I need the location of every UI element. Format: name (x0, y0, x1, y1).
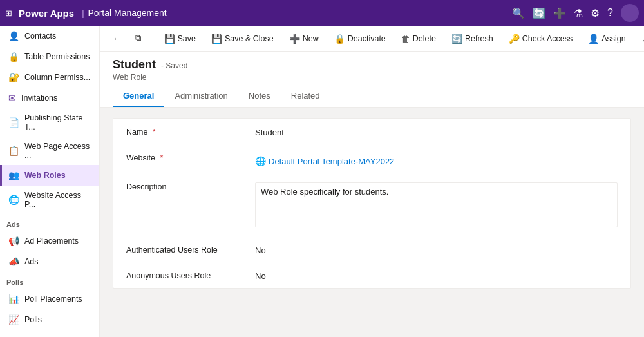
contacts-icon: 👤 (8, 31, 19, 41)
tab-notes[interactable]: Notes (238, 86, 281, 107)
sidebar-label-website-access: Website Access P... (24, 191, 93, 209)
delete-button[interactable]: 🗑 Delete (395, 30, 442, 47)
sidebar-item-web-page-access[interactable]: 📋 Web Page Access ... (0, 137, 99, 165)
check-access-button[interactable]: 🔑 Check Access (502, 30, 580, 47)
deactivate-button[interactable]: 🔒 Deactivate (328, 30, 392, 47)
sidebar-item-ad-placements[interactable]: 📢 Ad Placements (0, 231, 99, 251)
delete-label: Delete (413, 34, 436, 43)
website-link[interactable]: 🌐 Default Portal Template-MAY2022 (255, 153, 618, 166)
assign-button[interactable]: 👤 Assign (582, 30, 632, 47)
publishing-state-icon: 📄 (8, 117, 19, 128)
record-title-row: Student - Saved (113, 58, 631, 72)
deactivate-icon: 🔒 (334, 34, 345, 44)
form-row-anon-users: Anonymous Users Role No (113, 262, 630, 288)
add-icon[interactable]: ➕ (553, 7, 566, 19)
website-required: * (160, 153, 163, 162)
tabs-bar: General Administration Notes Related (113, 86, 631, 107)
new-icon: ➕ (289, 34, 300, 44)
invitations-icon: ✉ (8, 93, 16, 103)
content-area: ← ⧉ 💾 Save 💾 Save & Close ➕ New 🔒 Deacti… (100, 26, 644, 337)
sidebar-label-column-permissions: Column Permiss... (24, 73, 90, 82)
form-area: Name * Student Website * 🌐 Default Porta (100, 108, 644, 337)
sidebar-item-column-permissions[interactable]: 🔐 Column Permiss... (0, 67, 99, 88)
save-button[interactable]: 💾 Save (158, 30, 203, 47)
save-close-button[interactable]: 💾 Save & Close (205, 30, 280, 47)
refresh-button[interactable]: 🔄 Refresh (445, 30, 500, 47)
sidebar-item-polls[interactable]: 📈 Polls (0, 309, 99, 330)
top-navigation: ⊞ Power Apps | Portal Management 🔍 🔄 ➕ ⚗… (0, 0, 644, 26)
sidebar-label-poll-placements: Poll Placements (24, 294, 82, 303)
tab-general[interactable]: General (113, 86, 164, 107)
website-value: 🌐 Default Portal Template-MAY2022 (255, 151, 618, 166)
deactivate-label: Deactivate (348, 34, 386, 43)
sidebar: 👤 Contacts 🔒 Table Permissions 🔐 Column … (0, 26, 100, 337)
name-value: Student (255, 125, 618, 137)
share-button[interactable]: ↗ Share (635, 30, 644, 47)
web-roles-icon: 👥 (8, 170, 19, 180)
refresh-btn-icon: 🔄 (451, 34, 462, 44)
restore-button[interactable]: ⧉ (129, 30, 147, 46)
sidebar-label-invitations: Invitations (21, 93, 57, 102)
app-name: Power Apps (19, 8, 74, 19)
tab-related-label: Related (291, 91, 320, 101)
sidebar-item-publishing-state[interactable]: 📄 Publishing State T... (0, 108, 99, 137)
tab-administration-label: Administration (175, 91, 227, 101)
sidebar-label-web-roles: Web Roles (24, 171, 66, 180)
name-label: Name * (126, 125, 255, 137)
save-label: Save (178, 34, 196, 43)
refresh-label: Refresh (465, 34, 493, 43)
filter-icon[interactable]: ⚗ (574, 7, 583, 19)
globe-icon: 🌐 (255, 156, 266, 166)
website-label: Website * (126, 151, 255, 162)
description-textarea[interactable]: Web Role specifically for students. (255, 182, 618, 227)
website-access-icon: 🌐 (8, 195, 19, 205)
assign-label: Assign (601, 34, 626, 43)
web-page-access-icon: 📋 (8, 146, 19, 156)
help-icon[interactable]: ? (607, 7, 613, 19)
anon-users-label: Anonymous Users Role (126, 269, 255, 280)
sidebar-item-web-roles[interactable]: 👥 Web Roles (0, 165, 99, 186)
sidebar-item-table-permissions[interactable]: 🔒 Table Permissions (0, 46, 99, 67)
ad-placements-icon: 📢 (8, 236, 19, 246)
form-row-description: Description Web Role specifically for st… (113, 173, 630, 236)
tab-administration[interactable]: Administration (164, 86, 238, 107)
auth-users-label: Authenticated Users Role (126, 243, 255, 255)
toolbar: ← ⧉ 💾 Save 💾 Save & Close ➕ New 🔒 Deacti… (100, 26, 644, 52)
new-button[interactable]: ➕ New (283, 30, 325, 47)
tab-general-label: General (123, 91, 154, 101)
ads-icon: 📣 (8, 256, 19, 267)
section-label-polls: Polls (0, 272, 99, 289)
settings-icon[interactable]: ⚙ (591, 7, 600, 19)
website-link-text: Default Portal Template-MAY2022 (269, 157, 394, 166)
sidebar-item-poll-placements[interactable]: 📊 Poll Placements (0, 289, 99, 309)
module-name: Portal Management (88, 8, 167, 18)
check-access-label: Check Access (522, 34, 573, 43)
back-button[interactable]: ← (108, 31, 126, 46)
record-header: Student - Saved Web Role General Adminis… (100, 52, 644, 108)
sidebar-item-website-access[interactable]: 🌐 Website Access P... (0, 186, 99, 214)
record-saved-status: - Saved (161, 61, 187, 70)
description-value: Web Role specifically for students. (255, 180, 618, 229)
user-avatar[interactable] (621, 4, 639, 22)
sidebar-label-contacts: Contacts (24, 32, 56, 41)
top-nav-right: 🔍 🔄 ➕ ⚗ ⚙ ? (512, 4, 639, 22)
name-required: * (153, 128, 156, 137)
anon-users-value: No (255, 269, 618, 281)
check-access-icon: 🔑 (509, 34, 520, 44)
sidebar-label-ad-placements: Ad Placements (24, 236, 79, 246)
poll-placements-icon: 📊 (8, 294, 19, 304)
sidebar-item-invitations[interactable]: ✉ Invitations (0, 88, 99, 108)
tab-related[interactable]: Related (281, 86, 330, 107)
sidebar-item-contacts[interactable]: 👤 Contacts (0, 26, 99, 46)
main-layout: 👤 Contacts 🔒 Table Permissions 🔐 Column … (0, 26, 644, 337)
sidebar-item-ads[interactable]: 📣 Ads (0, 251, 99, 272)
search-icon[interactable]: 🔍 (512, 7, 525, 19)
section-label-ads: Ads (0, 214, 99, 231)
table-permissions-icon: 🔒 (8, 52, 19, 62)
save-close-label: Save & Close (225, 34, 274, 43)
waffle-icon[interactable]: ⊞ (5, 8, 12, 18)
nav-divider: | (82, 8, 84, 18)
refresh-icon[interactable]: 🔄 (533, 7, 545, 19)
record-subtitle: Web Role (113, 73, 631, 82)
form-row-auth-users: Authenticated Users Role No (113, 236, 630, 262)
